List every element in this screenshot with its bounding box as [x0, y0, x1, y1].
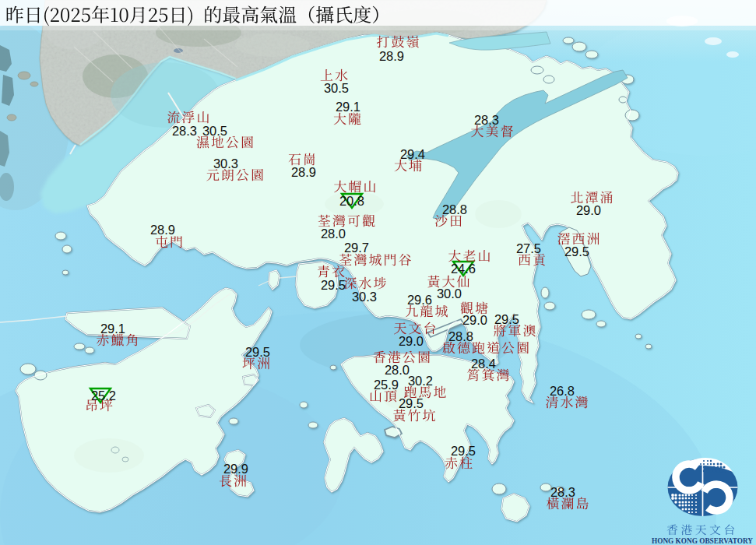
svg-text:28.3: 28.3 — [550, 485, 575, 499]
svg-text:25.2: 25.2 — [91, 389, 116, 403]
svg-text:29.5: 29.5 — [399, 396, 424, 410]
svg-text:30.5: 30.5 — [324, 81, 349, 95]
svg-text:HONG KONG OBSERVATORY: HONG KONG OBSERVATORY — [652, 536, 753, 545]
svg-text:29.0: 29.0 — [399, 334, 424, 348]
svg-text:28.8: 28.8 — [442, 202, 467, 216]
svg-text:30.3: 30.3 — [213, 156, 238, 171]
svg-text:25.9: 25.9 — [374, 378, 399, 392]
svg-text:28.9: 28.9 — [291, 165, 316, 179]
svg-text:20.8: 20.8 — [339, 194, 364, 208]
svg-text:28.9: 28.9 — [379, 49, 404, 63]
svg-text:30.3: 30.3 — [352, 290, 377, 304]
svg-text:29.5: 29.5 — [321, 278, 346, 292]
svg-text:28.3: 28.3 — [474, 113, 499, 127]
svg-text:28.8: 28.8 — [448, 329, 473, 343]
svg-text:29.1: 29.1 — [336, 100, 360, 114]
svg-text:29.5: 29.5 — [494, 312, 519, 326]
svg-text:28.3: 28.3 — [172, 124, 197, 138]
svg-text:24.6: 24.6 — [451, 262, 476, 276]
svg-text:28.0: 28.0 — [321, 227, 346, 241]
svg-text:29.6: 29.6 — [407, 293, 432, 307]
svg-text:29.1: 29.1 — [100, 322, 125, 336]
svg-text:29.0: 29.0 — [576, 203, 601, 217]
svg-text:29.7: 29.7 — [344, 241, 369, 255]
svg-text:28.0: 28.0 — [385, 363, 410, 377]
svg-text:27.5: 27.5 — [516, 241, 541, 255]
svg-text:29.9: 29.9 — [223, 462, 248, 476]
svg-text:30.0: 30.0 — [437, 287, 462, 301]
svg-text:29.0: 29.0 — [462, 313, 487, 327]
svg-text:29.5: 29.5 — [451, 444, 476, 458]
svg-text:26.8: 26.8 — [550, 384, 575, 398]
svg-text:28.9: 28.9 — [150, 223, 175, 237]
svg-text:30.2: 30.2 — [408, 374, 433, 388]
svg-text:29.4: 29.4 — [400, 147, 425, 161]
svg-text:29.5: 29.5 — [245, 345, 270, 359]
svg-text:29.5: 29.5 — [564, 244, 589, 258]
svg-text:30.5: 30.5 — [202, 124, 227, 138]
svg-text:28.4: 28.4 — [471, 357, 496, 371]
